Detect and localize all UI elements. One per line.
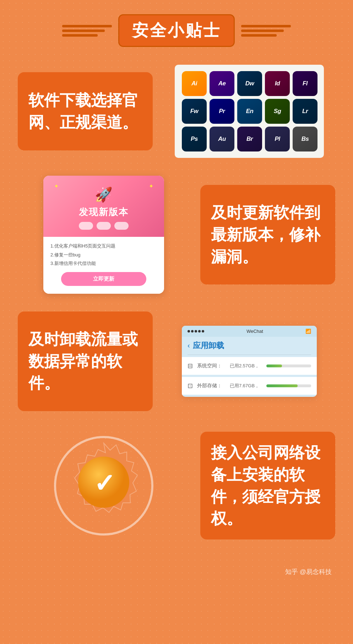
text-update: 及时更新软件到最新版本，修补漏洞。 xyxy=(211,202,325,267)
text-box-update: 及时更新软件到最新版本，修补漏洞。 xyxy=(200,185,335,284)
storage-icon: ⊟ xyxy=(188,362,193,370)
adobe-au-icon: Au xyxy=(210,127,234,151)
star-decoration-left: ✦ xyxy=(54,183,59,190)
cloud-decoration xyxy=(97,222,111,230)
adobe-ai-icon: Ai xyxy=(182,71,207,96)
signal-dot xyxy=(198,330,201,332)
update-dialog-body: 1.优化客户端和H5页面交互问题 2.修复一些bug 3.新增信用卡代偿功能 立… xyxy=(43,237,164,294)
wechat-storage-row-2: ⊡ 外部存储： 已用7.67GB， xyxy=(182,377,317,395)
header-title-box: 安全小贴士 xyxy=(118,14,235,47)
wechat-signal-dots xyxy=(188,330,204,332)
badge-area: ✓ xyxy=(18,429,190,543)
header-line xyxy=(241,30,284,32)
update-now-button[interactable]: 立即更新 xyxy=(61,272,146,286)
header-line xyxy=(62,34,98,37)
text-authorized: 接入公司网络设备上安装的软件，须经官方授权。 xyxy=(211,442,325,529)
external-storage-icon: ⊡ xyxy=(188,382,193,390)
adobe-br-icon: Br xyxy=(237,127,262,151)
text-uninstall: 及时卸载流量或数据异常的软件。 xyxy=(28,328,142,394)
badge-outer-circle: ✓ xyxy=(54,436,153,536)
system-storage-fill xyxy=(266,364,282,367)
signal-dot xyxy=(188,330,190,332)
text-box-authorized: 接入公司网络设备上安装的软件，须经官方授权。 xyxy=(200,432,335,539)
update-feature-1: 1.优化客户端和H5页面交互问题 xyxy=(50,243,157,250)
wechat-statusbar: WeChat 📶 xyxy=(182,326,317,337)
wechat-storage-row-1: ⊟ 系统空间： 已用2.57GB， xyxy=(182,357,317,375)
wechat-title-bar: ‹ 应用卸载 xyxy=(182,337,317,355)
text-box-download: 软件下载选择官网、正规渠道。 xyxy=(18,72,153,150)
footer: 知乎 @易念科技 xyxy=(18,560,335,576)
system-storage-value: 已用2.57GB， xyxy=(230,363,259,369)
adobe-grid: Ai Ae Dw Id Fl Fw Pr En Sg Lr Ps Au Br P… xyxy=(175,65,324,158)
adobe-sg-icon: Sg xyxy=(265,99,290,124)
page-wrapper: 安全小贴士 软件下载选择官网、正规渠道。 Ai Ae Dw Id Fl Fw P… xyxy=(0,0,353,597)
update-feature-3: 3.新增信用卡代偿功能 xyxy=(50,260,157,267)
page-title: 安全小贴士 xyxy=(132,20,221,42)
adobe-id-icon: Id xyxy=(265,71,290,96)
update-dialog-area: ✦ ✦ 🚀 发现新版本 1.优化客户端和H5页面交互问题 2.修复一些bug 3… xyxy=(18,176,190,294)
wechat-dialog: WeChat 📶 ‹ 应用卸载 ⊟ 系统空间： 已用2.57GB， xyxy=(182,326,317,397)
update-dialog-title: 发现新版本 xyxy=(50,206,157,218)
wechat-app-name: WeChat xyxy=(246,329,263,334)
wechat-dialog-area: WeChat 📶 ‹ 应用卸载 ⊟ 系统空间： 已用2.57GB， xyxy=(163,326,335,397)
adobe-ps-icon: Ps xyxy=(182,127,207,151)
svg-text:✓: ✓ xyxy=(94,469,115,497)
rocket-icon: 🚀 xyxy=(50,186,157,203)
section-update-software: 及时更新软件到最新版本，修补漏洞。 ✦ ✦ 🚀 发现新版本 1.优化客户端和H5… xyxy=(18,176,335,294)
external-storage-value: 已用7.67GB， xyxy=(230,383,259,389)
header-line xyxy=(62,25,112,27)
adobe-en-icon: En xyxy=(237,99,262,124)
update-dialog-header: ✦ ✦ 🚀 发现新版本 xyxy=(43,176,164,237)
adobe-ae-icon: Ae xyxy=(210,71,234,96)
header-lines-left xyxy=(62,25,112,37)
badge-container: ✓ xyxy=(47,429,161,543)
wechat-back-button[interactable]: ‹ xyxy=(188,341,190,350)
signal-dot xyxy=(191,330,194,332)
external-storage-progress xyxy=(266,384,311,387)
svg-rect-4 xyxy=(108,522,113,533)
wechat-divider xyxy=(188,355,311,355)
header-lines-right xyxy=(241,25,291,37)
cloud-decoration xyxy=(79,222,93,230)
section-software-download: 软件下载选择官网、正规渠道。 Ai Ae Dw Id Fl Fw Pr En S… xyxy=(18,65,335,158)
header-line xyxy=(241,34,277,37)
svg-rect-3 xyxy=(95,522,101,533)
badge-svg: ✓ xyxy=(59,436,148,536)
header-line xyxy=(62,30,105,32)
adobe-fw-icon: Fw xyxy=(182,99,207,124)
text-download: 软件下载选择官网、正规渠道。 xyxy=(28,89,142,133)
external-storage-fill xyxy=(266,384,298,387)
adobe-lr-icon: Lr xyxy=(293,99,317,124)
section-uninstall-software: 及时卸载流量或数据异常的软件。 WeChat 📶 ‹ 应 xyxy=(18,312,335,411)
external-storage-label: 外部存储： xyxy=(197,383,226,389)
signal-dot xyxy=(195,330,197,332)
update-clouds xyxy=(50,222,157,230)
header: 安全小贴士 xyxy=(18,14,335,47)
system-storage-label: 系统空间： xyxy=(197,363,226,369)
adobe-pl-icon: Pl xyxy=(265,127,290,151)
star-decoration-right: ✦ xyxy=(149,183,153,190)
update-feature-2: 2.修复一些bug xyxy=(50,251,157,259)
text-box-uninstall: 及时卸载流量或数据异常的软件。 xyxy=(18,312,153,411)
adobe-bs-icon: Bs xyxy=(293,127,317,151)
signal-dot xyxy=(202,330,204,332)
footer-text: 知乎 @易念科技 xyxy=(285,568,332,575)
adobe-pr-icon: Pr xyxy=(210,99,234,124)
header-line xyxy=(241,25,291,27)
adobe-dw-icon: Dw xyxy=(237,71,262,96)
wechat-wifi-icon: 📶 xyxy=(305,329,311,334)
wechat-page-title: 应用卸载 xyxy=(193,340,224,351)
section-authorized-software: 接入公司网络设备上安装的软件，须经官方授权。 ✓ xyxy=(18,429,335,543)
adobe-fl-icon: Fl xyxy=(293,71,317,96)
update-dialog: ✦ ✦ 🚀 发现新版本 1.优化客户端和H5页面交互问题 2.修复一些bug 3… xyxy=(43,176,164,294)
cloud-decoration xyxy=(114,222,129,230)
system-storage-progress xyxy=(266,364,311,367)
adobe-icons-area: Ai Ae Dw Id Fl Fw Pr En Sg Lr Ps Au Br P… xyxy=(163,65,335,158)
